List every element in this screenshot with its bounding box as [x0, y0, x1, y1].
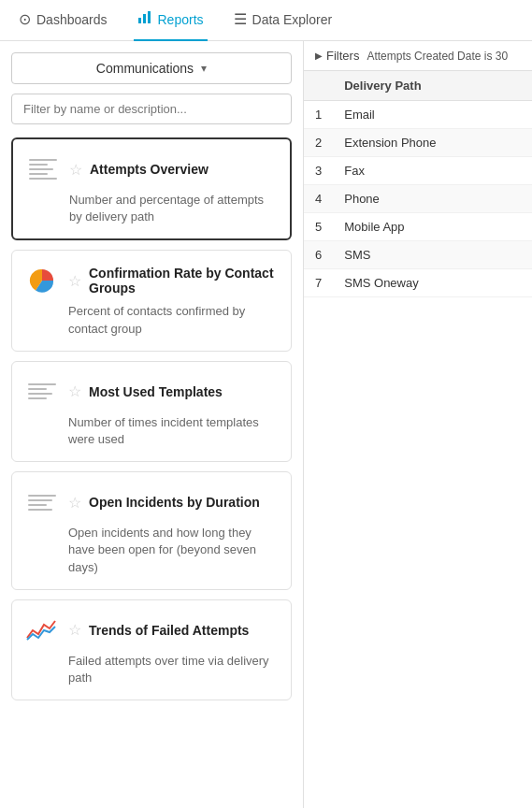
dashboards-icon: ⊙: [19, 10, 31, 28]
card-title: Trends of Failed Attempts: [89, 623, 249, 638]
reports-icon: [137, 10, 152, 29]
card-title-row: ☆ Trends of Failed Attempts: [68, 621, 249, 639]
col-delivery-path: Delivery Path: [333, 71, 532, 101]
table-row: 6 SMS: [304, 241, 532, 269]
filters-label: Filters: [326, 49, 359, 63]
nav-label-data-explorer: Data Explorer: [252, 12, 333, 27]
row-delivery-path: Mobile App: [333, 213, 532, 241]
table-row: 4 Phone: [304, 185, 532, 213]
card-title: Most Used Templates: [89, 384, 223, 399]
card-description: Open incidents and how long they have be…: [68, 525, 278, 576]
row-number: 3: [304, 157, 333, 185]
card-icon-pie: [25, 264, 59, 297]
star-icon[interactable]: ☆: [68, 621, 81, 639]
top-nav: ⊙ Dashboards Reports ☰ Data Explorer: [0, 0, 532, 41]
table-row: 1 Email: [304, 101, 532, 129]
report-card-trends-failed[interactable]: ☆ Trends of Failed Attempts Failed attem…: [11, 599, 292, 700]
row-number: 4: [304, 185, 333, 213]
table-row: 5 Mobile App: [304, 213, 532, 241]
card-title-row: ☆ Open Incidents by Duration: [68, 494, 260, 512]
card-header: ☆ Confirmation Rate by Contact Groups: [25, 264, 278, 297]
communications-dropdown[interactable]: Communications ▾: [11, 52, 292, 84]
card-icon-chart: [25, 613, 59, 647]
filter-tag: Attempts Created Date is 30: [367, 50, 508, 63]
report-card-open-incidents[interactable]: ☆ Open Incidents by Duration Open incide…: [11, 471, 292, 590]
table-row: 3 Fax: [304, 157, 532, 185]
data-explorer-icon: ☰: [234, 10, 247, 28]
card-icon-lines: [26, 152, 60, 186]
nav-item-dashboards[interactable]: ⊙ Dashboards: [15, 0, 111, 41]
left-panel: Communications ▾ ☆ Attempts Ove: [0, 41, 304, 808]
star-icon[interactable]: ☆: [69, 161, 82, 179]
card-description: Number of times incident templates were …: [68, 414, 278, 448]
col-num: [304, 71, 333, 101]
row-delivery-path: Fax: [333, 157, 532, 185]
report-card-most-used-templates[interactable]: ☆ Most Used Templates Number of times in…: [11, 361, 292, 462]
dropdown-label: Communications: [96, 61, 194, 76]
star-icon[interactable]: ☆: [68, 382, 81, 400]
card-description: Failed attempts over time via delivery p…: [68, 653, 278, 686]
card-title: Open Incidents by Duration: [89, 495, 260, 510]
filters-toggle[interactable]: ▶ Filters: [315, 49, 359, 63]
row-delivery-path: SMS: [333, 241, 532, 269]
row-number: 1: [304, 101, 333, 129]
triangle-icon: ▶: [315, 50, 323, 61]
svg-rect-0: [138, 18, 141, 23]
row-number: 2: [304, 129, 333, 157]
row-number: 7: [304, 269, 333, 297]
card-icon-lines: [25, 375, 59, 409]
right-panel: ▶ Filters Attempts Created Date is 30 De…: [304, 41, 532, 808]
table-row: 2 Extension Phone: [304, 129, 532, 157]
card-title-row: ☆ Attempts Overview: [69, 161, 208, 179]
nav-item-data-explorer[interactable]: ☰ Data Explorer: [230, 0, 337, 41]
card-title: Attempts Overview: [90, 162, 208, 177]
card-title: Confirmation Rate by Contact Groups: [89, 266, 278, 296]
filters-bar: ▶ Filters Attempts Created Date is 30: [304, 41, 532, 71]
card-description: Percent of contacts confirmed by contact…: [68, 303, 278, 337]
card-icon-lines: [25, 485, 59, 519]
chevron-down-icon: ▾: [201, 62, 207, 75]
card-title-row: ☆ Confirmation Rate by Contact Groups: [68, 266, 278, 296]
row-delivery-path: Email: [333, 101, 532, 129]
card-description: Number and percentage of attempts by del…: [69, 192, 277, 225]
main-layout: Communications ▾ ☆ Attempts Ove: [0, 41, 532, 808]
card-header: ☆ Trends of Failed Attempts: [25, 613, 278, 647]
svg-rect-1: [143, 14, 146, 23]
row-number: 6: [304, 241, 333, 269]
report-card-attempts-overview[interactable]: ☆ Attempts Overview Number and percentag…: [11, 137, 292, 240]
search-input[interactable]: [11, 94, 292, 124]
nav-label-reports: Reports: [158, 12, 204, 27]
card-header: ☆ Open Incidents by Duration: [25, 485, 278, 519]
card-header: ☆ Most Used Templates: [25, 375, 278, 409]
star-icon[interactable]: ☆: [68, 272, 81, 290]
nav-label-dashboards: Dashboards: [36, 12, 108, 27]
delivery-path-table: Delivery Path 1 Email 2 Extension Phone …: [304, 71, 532, 297]
row-number: 5: [304, 213, 333, 241]
table-header-row: Delivery Path: [304, 71, 532, 101]
card-header: ☆ Attempts Overview: [26, 152, 277, 186]
table-row: 7 SMS Oneway: [304, 269, 532, 297]
report-card-confirmation-rate[interactable]: ☆ Confirmation Rate by Contact Groups Pe…: [11, 250, 292, 351]
star-icon[interactable]: ☆: [68, 494, 81, 512]
nav-item-reports[interactable]: Reports: [134, 0, 208, 41]
row-delivery-path: Extension Phone: [333, 129, 532, 157]
svg-rect-2: [148, 11, 151, 23]
card-title-row: ☆ Most Used Templates: [68, 382, 223, 400]
row-delivery-path: SMS Oneway: [333, 269, 532, 297]
row-delivery-path: Phone: [333, 185, 532, 213]
